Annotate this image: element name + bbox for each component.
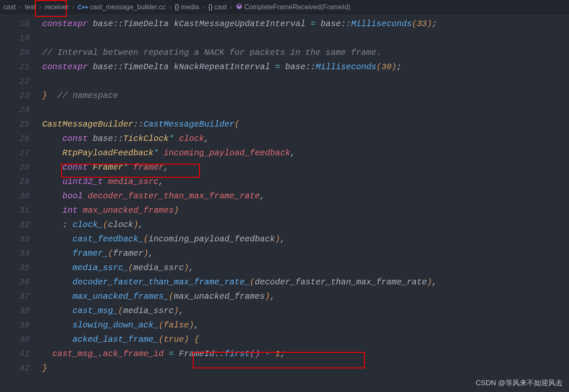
code-line[interactable]: 34 framer_(framer), bbox=[0, 246, 569, 261]
line-number: 40 bbox=[0, 333, 42, 347]
code-content[interactable]: bool decoder_faster_than_max_frame_rate, bbox=[42, 189, 265, 203]
code-line[interactable]: 20// Interval between repeating a NACK f… bbox=[0, 46, 569, 60]
code-content[interactable]: media_ssrc_(media_ssrc), bbox=[42, 261, 194, 275]
code-line[interactable]: 19 bbox=[0, 31, 569, 46]
code-line[interactable]: 18constexpr base::TimeDelta kCastMessage… bbox=[0, 17, 569, 31]
line-number: 19 bbox=[0, 31, 42, 46]
code-content[interactable]: constexpr base::TimeDelta kNackRepeatInt… bbox=[42, 60, 402, 74]
namespace-icon: {} bbox=[175, 3, 179, 11]
line-number: 35 bbox=[0, 261, 42, 275]
code-line[interactable]: 39 slowing_down_ack_(false), bbox=[0, 318, 569, 333]
line-number: 36 bbox=[0, 275, 42, 289]
code-line[interactable]: 30 bool decoder_faster_than_max_frame_ra… bbox=[0, 189, 569, 203]
code-content[interactable]: max_unacked_frames_(max_unacked_frames), bbox=[42, 289, 275, 304]
breadcrumb-item-receiver[interactable]: receiver bbox=[45, 3, 69, 11]
code-content[interactable]: cast_feedback_(incoming_payload_feedback… bbox=[42, 232, 285, 246]
line-number: 34 bbox=[0, 246, 42, 261]
code-content[interactable]: RtpPayloadFeedback* incoming_payload_fee… bbox=[42, 146, 295, 160]
code-content[interactable]: cast_msg_.ack_frame_id = FrameId::first(… bbox=[42, 347, 285, 361]
code-content[interactable]: constexpr base::TimeDelta kCastMessageUp… bbox=[42, 17, 437, 31]
code-line[interactable]: 42} bbox=[0, 361, 569, 376]
code-content[interactable]: framer_(framer), bbox=[42, 246, 154, 261]
line-number: 18 bbox=[0, 17, 42, 31]
code-content[interactable]: // Interval between repeating a NACK for… bbox=[42, 46, 381, 60]
code-content[interactable]: CastMessageBuilder::CastMessageBuilder( bbox=[42, 117, 240, 132]
code-content[interactable]: int max_unacked_frames) bbox=[42, 203, 179, 218]
chevron-right-icon: › bbox=[230, 3, 232, 11]
line-number: 27 bbox=[0, 146, 42, 160]
line-number: 30 bbox=[0, 189, 42, 203]
line-number: 28 bbox=[0, 160, 42, 175]
code-line[interactable]: 23} // namespace bbox=[0, 89, 569, 103]
code-line[interactable]: 37 max_unacked_frames_(max_unacked_frame… bbox=[0, 289, 569, 304]
code-line[interactable]: 24 bbox=[0, 103, 569, 117]
watermark: CSDN @等风来不如迎风去 bbox=[476, 378, 563, 388]
line-number: 22 bbox=[0, 74, 42, 89]
breadcrumb-item-file[interactable]: C++ cast_message_builder.cc bbox=[78, 3, 166, 11]
line-number: 42 bbox=[0, 361, 42, 376]
breadcrumb-item-cast-ns[interactable]: {} cast bbox=[208, 3, 227, 11]
line-number: 31 bbox=[0, 203, 42, 218]
breadcrumb: cast › test › receiver › C++ cast_messag… bbox=[0, 0, 569, 14]
code-line[interactable]: 22 bbox=[0, 74, 569, 89]
line-number: 23 bbox=[0, 89, 42, 103]
line-number: 25 bbox=[0, 117, 42, 132]
line-number: 38 bbox=[0, 304, 42, 318]
breadcrumb-item-cast[interactable]: cast bbox=[3, 3, 16, 11]
code-line[interactable]: 31 int max_unacked_frames) bbox=[0, 203, 569, 218]
code-content[interactable]: acked_last_frame_(true) { bbox=[42, 333, 199, 347]
line-number: 33 bbox=[0, 232, 42, 246]
code-line[interactable]: 33 cast_feedback_(incoming_payload_feedb… bbox=[0, 232, 569, 246]
code-line[interactable]: 29 uint32_t media_ssrc, bbox=[0, 175, 569, 189]
code-line[interactable]: 28 const Framer* framer, bbox=[0, 160, 569, 175]
code-line[interactable]: 35 media_ssrc_(media_ssrc), bbox=[0, 261, 569, 275]
code-line[interactable]: 32 : clock_(clock), bbox=[0, 218, 569, 232]
code-content[interactable]: } bbox=[42, 361, 47, 376]
code-line[interactable]: 36 decoder_faster_than_max_frame_rate_(d… bbox=[0, 275, 569, 289]
code-content[interactable]: const base::TickClock* clock, bbox=[42, 132, 209, 146]
breadcrumb-item-function[interactable]: CompleteFrameReceived(FrameId) bbox=[236, 3, 351, 11]
line-number: 29 bbox=[0, 175, 42, 189]
code-content[interactable]: : clock_(clock), bbox=[42, 218, 143, 232]
namespace-icon: {} bbox=[208, 3, 213, 11]
chevron-right-icon: › bbox=[72, 3, 74, 11]
line-number: 41 bbox=[0, 347, 42, 361]
chevron-right-icon: › bbox=[19, 3, 21, 11]
code-line[interactable]: 38 cast_msg_(media_ssrc), bbox=[0, 304, 569, 318]
code-editor[interactable]: 18constexpr base::TimeDelta kCastMessage… bbox=[0, 14, 569, 376]
cpp-file-icon: C++ bbox=[78, 4, 88, 11]
code-content[interactable]: uint32_t media_ssrc, bbox=[42, 175, 164, 189]
line-number: 24 bbox=[0, 103, 42, 117]
chevron-right-icon: › bbox=[169, 3, 171, 11]
code-line[interactable]: 40 acked_last_frame_(true) { bbox=[0, 333, 569, 347]
code-content[interactable]: cast_msg_(media_ssrc), bbox=[42, 304, 184, 318]
method-icon bbox=[236, 3, 243, 11]
code-line[interactable]: 26 const base::TickClock* clock, bbox=[0, 132, 569, 146]
line-number: 39 bbox=[0, 318, 42, 333]
code-content[interactable]: decoder_faster_than_max_frame_rate_(deco… bbox=[42, 275, 437, 289]
line-number: 26 bbox=[0, 132, 42, 146]
line-number: 21 bbox=[0, 60, 42, 74]
code-line[interactable]: 25CastMessageBuilder::CastMessageBuilder… bbox=[0, 117, 569, 132]
breadcrumb-item-media[interactable]: {} media bbox=[175, 3, 199, 11]
line-number: 32 bbox=[0, 218, 42, 232]
code-content[interactable]: const Framer* framer, bbox=[42, 160, 169, 175]
chevron-right-icon: › bbox=[202, 3, 205, 11]
code-content[interactable]: slowing_down_ack_(false), bbox=[42, 318, 199, 333]
code-content[interactable]: } // namespace bbox=[42, 89, 118, 103]
breadcrumb-item-test[interactable]: test bbox=[25, 3, 36, 11]
code-line[interactable]: 27 RtpPayloadFeedback* incoming_payload_… bbox=[0, 146, 569, 160]
line-number: 20 bbox=[0, 46, 42, 60]
line-number: 37 bbox=[0, 289, 42, 304]
chevron-right-icon: › bbox=[39, 3, 41, 11]
code-line[interactable]: 21constexpr base::TimeDelta kNackRepeatI… bbox=[0, 60, 569, 74]
code-line[interactable]: 41 cast_msg_.ack_frame_id = FrameId::fir… bbox=[0, 347, 569, 361]
